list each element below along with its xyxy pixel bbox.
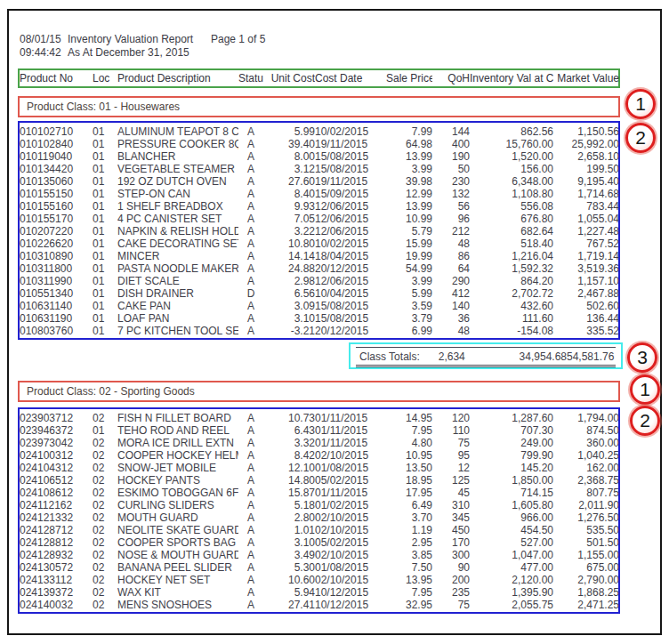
cell: 19/11/2015 bbox=[315, 175, 386, 188]
cell: D bbox=[238, 287, 263, 300]
cell: 45 bbox=[432, 487, 470, 499]
report-date: 08/01/15 bbox=[20, 33, 61, 45]
cell: A bbox=[238, 300, 263, 312]
cell: A bbox=[238, 250, 263, 262]
cell: 39.40 bbox=[263, 138, 315, 150]
cell: 3.09 bbox=[263, 300, 315, 312]
cell: A bbox=[238, 237, 263, 250]
cell: 966.00 bbox=[470, 511, 553, 524]
cell: 01 bbox=[93, 138, 117, 150]
cell: 412 bbox=[432, 287, 470, 300]
cell: 024128712 bbox=[20, 524, 93, 536]
cell: A bbox=[238, 138, 263, 150]
cell: 12.99 bbox=[386, 188, 432, 200]
cell: A bbox=[238, 462, 263, 474]
cell: 682.64 bbox=[470, 225, 553, 237]
cell: 02 bbox=[93, 487, 117, 499]
cell: 10/04/2015 bbox=[315, 287, 386, 300]
cell: 3.22 bbox=[263, 225, 315, 237]
cell: COOPER HOCKEY HELMET bbox=[117, 449, 238, 462]
cell: 120 bbox=[432, 412, 470, 424]
cell: 2.95 bbox=[386, 536, 432, 549]
cell: 9.93 bbox=[263, 200, 315, 213]
cell: A bbox=[238, 150, 263, 163]
cell: 64.98 bbox=[386, 138, 432, 150]
cell: 01 bbox=[93, 300, 117, 312]
cell: 6.49 bbox=[386, 499, 432, 511]
cell: 2,658.10 bbox=[553, 150, 619, 163]
cell: 527.00 bbox=[470, 536, 553, 549]
cell: 6.99 bbox=[386, 325, 432, 337]
cell: 6,348.00 bbox=[470, 175, 553, 188]
cell: A bbox=[238, 312, 263, 325]
cell: 20/12/2015 bbox=[315, 325, 386, 337]
col-market-value: Market Value bbox=[553, 72, 619, 85]
cell: 3,519.36 bbox=[553, 262, 619, 275]
cell: 24.88 bbox=[263, 262, 315, 275]
cell: 556.08 bbox=[470, 200, 553, 213]
column-header-table: Product No Loc Product Description Statu… bbox=[20, 72, 619, 85]
table-row: 02413311202HOCKEY NET SETA10.6002/10/201… bbox=[20, 574, 619, 586]
cell: 02/10/2015 bbox=[315, 549, 386, 561]
cell: 01 bbox=[93, 325, 117, 337]
table-row: 02410651202HOCKEY PANTSA14.8005/02/20151… bbox=[20, 474, 619, 487]
cell: 010155160 bbox=[20, 200, 93, 213]
cell: 01/08/2015 bbox=[315, 561, 386, 574]
cell: 7 PC KITCHEN TOOL SET bbox=[117, 325, 238, 337]
table-row: 01031180001PASTA NOODLE MAKERA24.8820/12… bbox=[20, 262, 619, 275]
cell: 400 bbox=[432, 138, 470, 150]
cell: 02 bbox=[93, 474, 117, 487]
cell: 01 bbox=[93, 150, 117, 163]
cell: 714.15 bbox=[470, 487, 553, 499]
cell: 5.99 bbox=[263, 125, 315, 138]
table-row: 02390371202FISH N FILLET BOARDA10.7301/1… bbox=[20, 412, 619, 424]
cell: 02 bbox=[93, 574, 117, 586]
cell: 2,471.25 bbox=[553, 599, 619, 611]
cell: 767.52 bbox=[553, 237, 619, 250]
table-row: 01011904001BLANCHERA8.0015/08/201513.991… bbox=[20, 150, 619, 163]
cell: 4.80 bbox=[386, 437, 432, 449]
cell: A bbox=[238, 511, 263, 524]
cell: 32.95 bbox=[386, 599, 432, 611]
cell: 432.60 bbox=[470, 300, 553, 312]
table-row: 02413057202BANANA PEEL SLIDERA5.3001/08/… bbox=[20, 561, 619, 574]
cell: 2,011.90 bbox=[553, 499, 619, 511]
cell: 02 bbox=[93, 462, 117, 474]
table-row: 01013442001VEGETABLE STEAMERA3.1215/08/2… bbox=[20, 163, 619, 175]
cell: 024130572 bbox=[20, 561, 93, 574]
col-product-description: Product Description bbox=[117, 72, 238, 85]
cell: A bbox=[238, 437, 263, 449]
cell: 162.00 bbox=[553, 462, 619, 474]
cell: 675.00 bbox=[553, 561, 619, 574]
cell: 874.50 bbox=[553, 424, 619, 437]
report-title: Inventory Valuation Report bbox=[68, 33, 193, 45]
cell: 1,157.10 bbox=[553, 275, 619, 287]
cell: 010631190 bbox=[20, 312, 93, 325]
cell: 1,287.60 bbox=[470, 412, 553, 424]
table-row: 02411216202CURLING SLIDERSA5.1801/02/201… bbox=[20, 499, 619, 511]
cell: 5.99 bbox=[386, 287, 432, 300]
cell: 230 bbox=[432, 175, 470, 188]
cell: A bbox=[238, 275, 263, 287]
cell: 1,040.25 bbox=[553, 449, 619, 462]
cell: 01 bbox=[93, 424, 117, 437]
cell: 200 bbox=[432, 574, 470, 586]
cell: 023973042 bbox=[20, 437, 93, 449]
cell: 864.20 bbox=[470, 275, 553, 287]
callout-2-data-table-2: 2 bbox=[630, 406, 660, 436]
cell: 12/06/2015 bbox=[315, 225, 386, 237]
cell: 02 bbox=[93, 561, 117, 574]
cell: 7.95 bbox=[386, 424, 432, 437]
cell: 1.01 bbox=[263, 524, 315, 536]
table-row: 01031199001DIET SCALEA2.9812/06/20153.99… bbox=[20, 275, 619, 287]
cell: 10.80 bbox=[263, 237, 315, 250]
cell: A bbox=[238, 325, 263, 337]
cell: A bbox=[238, 499, 263, 511]
cell: 2,702.72 bbox=[470, 287, 553, 300]
cell: MINCER bbox=[117, 250, 238, 262]
cell: PASTA NOODLE MAKER bbox=[117, 262, 238, 275]
col-product-no: Product No bbox=[20, 72, 93, 85]
cell: 345 bbox=[432, 511, 470, 524]
cell: 01 bbox=[93, 175, 117, 188]
cell: 90 bbox=[432, 561, 470, 574]
